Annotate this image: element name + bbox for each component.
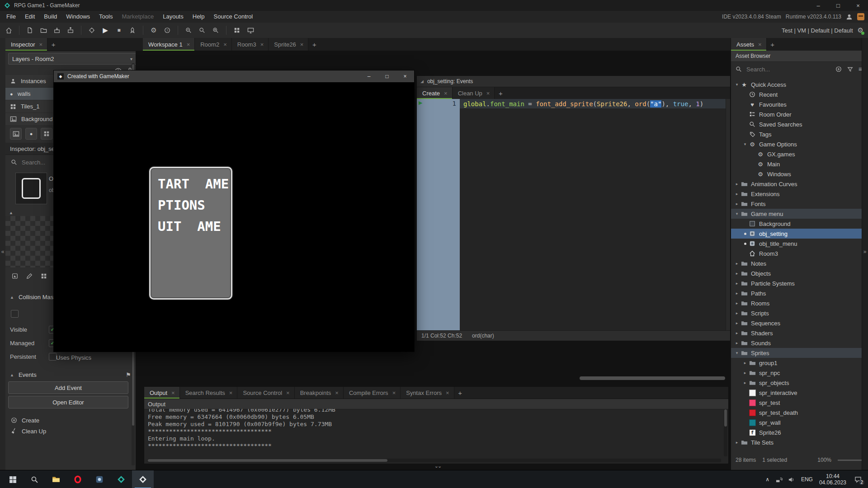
asset-recent[interactable]: Recent: [731, 89, 862, 99]
zoom-out-button[interactable]: [183, 24, 194, 36]
close-icon[interactable]: ×: [171, 389, 175, 396]
home-button[interactable]: [3, 24, 14, 36]
menu-tools[interactable]: Tools: [94, 11, 117, 23]
add-asset-layer-button[interactable]: ●: [25, 128, 37, 140]
tray-chevron-icon[interactable]: ∧: [765, 476, 769, 483]
asset-shaders[interactable]: ▸Shaders: [731, 328, 862, 338]
layers-dropdown[interactable]: Layers - Room2 ▾: [8, 53, 137, 65]
asset-spr-npc[interactable]: ▸spr_npc: [731, 368, 862, 378]
create-executable-button[interactable]: [127, 24, 138, 36]
output-vscrollbar[interactable]: [724, 409, 727, 456]
close-icon[interactable]: ×: [260, 41, 264, 48]
events-section-header[interactable]: ▲ Events ⚑: [5, 371, 140, 378]
code-line[interactable]: global.font_main = font_add_sprite(Sprit…: [460, 99, 730, 108]
asset-animation-curves[interactable]: ▸Animation Curves: [731, 179, 862, 189]
taskbar-opera[interactable]: [67, 470, 89, 488]
chevron-down-icon[interactable]: ▾: [742, 142, 748, 146]
open-editor-button[interactable]: Open Editor: [8, 396, 128, 408]
chevron-right-icon[interactable]: ▸: [734, 261, 740, 266]
asset-sprites[interactable]: ▾Sprites: [731, 348, 862, 358]
edit-image-icon[interactable]: [12, 273, 18, 279]
taskbar-taskbar-search[interactable]: [24, 470, 45, 488]
close-icon[interactable]: ×: [229, 389, 233, 396]
zoom-in-button[interactable]: [210, 24, 222, 36]
menu-help[interactable]: Help: [188, 11, 209, 23]
collapse-section-icon[interactable]: ▲: [9, 211, 13, 215]
add-tab-button[interactable]: +: [308, 38, 320, 51]
add-tile-layer-button[interactable]: [41, 128, 52, 140]
export-project-button[interactable]: [65, 24, 76, 36]
asset-spr-wall[interactable]: spr_wall: [731, 418, 862, 427]
add-tab-button[interactable]: +: [454, 387, 466, 399]
menu-layouts[interactable]: Layouts: [158, 11, 188, 23]
filter-icon[interactable]: [847, 66, 853, 73]
asset-game-options[interactable]: ▾⚙Game Options: [731, 139, 862, 149]
chevron-right-icon[interactable]: ▸: [742, 371, 748, 375]
tab-clean-up[interactable]: Clean Up×: [453, 87, 495, 99]
asset-windows[interactable]: ⚙Windows: [731, 169, 862, 179]
chevron-right-icon[interactable]: ▸: [734, 440, 740, 445]
collision-checkbox[interactable]: [11, 310, 19, 318]
maximize-button[interactable]: □: [828, 0, 848, 11]
tab-inspector[interactable]: Inspector ×: [5, 38, 47, 51]
menu-windows[interactable]: Windows: [61, 11, 94, 23]
workspace-scrollbar[interactable]: [580, 376, 725, 380]
add-asset-icon[interactable]: [835, 66, 842, 73]
stop-button[interactable]: ■: [113, 24, 125, 36]
asset-obj-setting[interactable]: obj_setting: [731, 229, 862, 239]
game-window-titlebar[interactable]: ◆ Created with GameMaker – □ ×: [54, 70, 414, 82]
tab-sprite26[interactable]: Sprite26×: [269, 38, 308, 51]
asset-game-menu[interactable]: ▾Game menu: [731, 209, 862, 219]
minimize-button[interactable]: –: [808, 0, 828, 11]
menu-edit[interactable]: Edit: [20, 11, 39, 23]
chevron-right-icon[interactable]: ▸: [734, 291, 740, 296]
scrollbar-thumb[interactable]: [148, 459, 387, 462]
output-hscrollbar[interactable]: [148, 459, 721, 462]
persistent-checkbox[interactable]: [49, 353, 57, 361]
open-project-button[interactable]: [38, 24, 49, 36]
tab-create[interactable]: Create×: [417, 87, 453, 99]
chevron-right-icon[interactable]: ▸: [734, 202, 740, 206]
new-project-button[interactable]: [24, 24, 36, 36]
chevron-down-icon[interactable]: ▾: [734, 211, 740, 216]
code-gutter[interactable]: ▶ 1: [417, 99, 460, 330]
chevron-right-icon[interactable]: ▸: [734, 192, 740, 196]
maximize-button[interactable]: □: [378, 70, 396, 82]
close-button[interactable]: ×: [848, 0, 868, 11]
notification-icon[interactable]: 2: [853, 474, 863, 485]
tab-search-results[interactable]: Search Results×: [180, 387, 238, 399]
tab-room3[interactable]: Room3×: [232, 38, 269, 51]
close-icon[interactable]: ×: [335, 389, 339, 396]
asset-sounds[interactable]: ▸Sounds: [731, 338, 862, 348]
event-create[interactable]: Create: [5, 415, 136, 426]
add-background-layer-button[interactable]: [10, 128, 22, 140]
tab-assets[interactable]: Assets ×: [731, 38, 767, 51]
close-icon[interactable]: ×: [223, 41, 227, 48]
code-editor[interactable]: ▶ 1 global.font_main = font_add_sprite(S…: [417, 99, 730, 330]
zoom-reset-button[interactable]: [196, 24, 208, 36]
settings-button[interactable]: ⚙: [148, 24, 160, 36]
tab-compile-errors[interactable]: Compile Errors×: [344, 387, 401, 399]
code-scrollbar[interactable]: [726, 99, 730, 330]
clock[interactable]: 10:44 04.06.2023: [819, 473, 846, 486]
import-project-button[interactable]: [51, 24, 63, 36]
tab-room2[interactable]: Room2×: [195, 38, 232, 51]
close-icon[interactable]: ×: [187, 41, 190, 48]
taskbar-windows-start[interactable]: [2, 470, 24, 488]
code-editor-header[interactable]: ◢ obj_setting: Events: [417, 76, 730, 87]
asset-gx-games[interactable]: ⚙GX.games: [731, 149, 862, 159]
asset-favourites[interactable]: ♥Favourites: [731, 99, 862, 109]
taskbar-file-explorer[interactable]: [45, 470, 67, 488]
asset-main[interactable]: ⚙Main: [731, 159, 862, 169]
close-icon[interactable]: ×: [300, 41, 304, 48]
chevron-down-icon[interactable]: ▾: [734, 82, 740, 87]
layout-windows-button[interactable]: [245, 24, 256, 36]
asset-quick-access[interactable]: ▾★Quick Access: [731, 80, 862, 89]
collision-mask-header[interactable]: ▲ Collision Mask: [5, 294, 57, 300]
tab-breakpoints[interactable]: Breakpoints×: [295, 387, 344, 399]
asset-notes[interactable]: ▸Notes: [731, 258, 862, 268]
taskbar-gamemaker-ide[interactable]: [110, 470, 132, 488]
add-event-button[interactable]: Add Event: [8, 381, 128, 394]
run-button[interactable]: ▶: [99, 24, 111, 36]
language-indicator[interactable]: ENG: [801, 476, 813, 483]
